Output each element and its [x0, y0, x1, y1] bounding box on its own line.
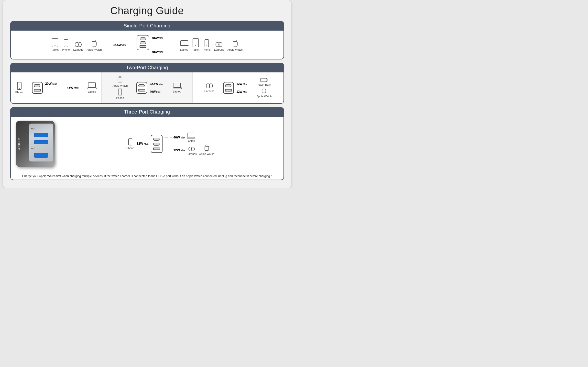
tp3-charger-box: [151, 135, 163, 153]
dash-tp1-r: [60, 87, 64, 87]
tp-s2-phone: Phone: [116, 89, 124, 99]
earbuds-label-sp-left: Earbuds: [73, 48, 83, 51]
device-tablet-sp-right: Tablet: [192, 38, 199, 51]
tp2-watt-left: 22.5W Max: [150, 82, 163, 86]
svg-rect-9: [181, 41, 188, 46]
tp1-usbc: [34, 84, 40, 87]
sp-charger-box: [137, 35, 149, 50]
dash-tp2-l: [130, 88, 134, 88]
sp-watt-top: 65WMax: [152, 36, 163, 40]
tp-s2-watch: Apple Watch: [112, 76, 128, 87]
tp3-watt-mid: 12W Max 12W Max: [236, 82, 247, 93]
svg-rect-29: [174, 83, 181, 88]
sp-charger-center: 65WMax 65WMax: [135, 35, 163, 55]
tp-scenario2: Apple Watch Phone 22.5W Max: [102, 72, 192, 103]
tp-charger1: [32, 82, 43, 94]
two-port-header: Two-Port Charging: [10, 63, 284, 72]
powerbank-label-tp3: Power Bank: [257, 83, 271, 86]
tp3-dash-r-top: [165, 137, 172, 138]
tp-s3-powerbank: Power Bank: [257, 78, 271, 86]
phone-label-tp1: Phone: [15, 91, 23, 94]
tp1-watt-left: 20W Max: [45, 82, 57, 85]
earbuds-icon: [75, 42, 82, 47]
svg-rect-40: [188, 133, 194, 137]
charger-body: ANKER +IQ° +IQ°: [16, 121, 55, 167]
single-port-header: Single-Port Charging: [10, 21, 284, 31]
laptop-label-tp3: Laptop: [187, 139, 195, 142]
tp1-watt-right-area: 45W Max: [67, 86, 78, 90]
svg-rect-41: [187, 137, 195, 138]
svg-point-39: [130, 144, 131, 145]
watch-label-tp3-main: Apple Watch: [199, 152, 214, 155]
tp3-usbc: [225, 84, 231, 87]
three-port-body: ANKER +IQ° +IQ°: [10, 117, 284, 180]
bottom-note: Charge your Apple Watch first when charg…: [11, 171, 283, 180]
applewatch-label-sp-right: Apple Watch: [228, 48, 243, 51]
device-tablet-sp-left: Tablet: [51, 38, 58, 51]
dashed-left2: [128, 45, 133, 45]
three-port-header: Three-Port Charging: [10, 107, 284, 117]
tp-s1-left: Phone: [15, 82, 23, 94]
svg-rect-34: [267, 79, 268, 81]
applewatch-icon: [91, 40, 97, 47]
svg-rect-17: [233, 41, 237, 46]
device-applewatch-sp-right: Apple Watch: [228, 40, 243, 51]
watch-icon-tp3: [261, 88, 266, 94]
charger-face: +IQ° +IQ°: [29, 124, 53, 161]
two-port-section: Two-Port Charging Phone 20W Max: [10, 63, 284, 104]
tp2-watt-right: 40W Max: [150, 90, 163, 93]
tp3-watt-bot: 12W Max: [173, 148, 185, 152]
sp-watt-bot: 65WMax: [152, 50, 163, 54]
tp3-laptop: Laptop: [187, 133, 195, 142]
tp1-usba: [34, 89, 41, 92]
usba-slot-1: [34, 140, 48, 144]
svg-point-14: [206, 46, 207, 46]
svg-rect-33: [261, 78, 267, 82]
tp-charger2: [136, 82, 147, 94]
phone-icon-tp3-main: [128, 138, 132, 146]
tp3-branch-top: 40W Max Laptop: [165, 133, 214, 142]
dash-tp1-r2: [81, 89, 85, 89]
watch-icon-tp3-main: [204, 145, 209, 151]
sp-arrow-left: 22.5WMax: [104, 43, 132, 47]
earbuds-icon-tp3: [206, 83, 213, 89]
tablet-label-sp-left: Tablet: [51, 48, 58, 51]
iq-label-bot: +IQ°: [31, 147, 35, 149]
sp-right-devices: Laptop Tablet Phone Earbuds: [180, 38, 243, 51]
watch-label-tp2: Apple Watch: [112, 84, 128, 87]
sp-max-bot: Max: [159, 51, 163, 53]
three-port-diagram: Phone 12W Max: [62, 133, 279, 155]
tp3-earbuds: Earbuds: [187, 147, 197, 155]
phone-label-sp-right: Phone: [203, 48, 211, 51]
svg-point-12: [195, 45, 196, 46]
dash-tp3-l: [217, 88, 221, 88]
svg-point-21: [19, 88, 20, 89]
tp1-watt-area: 20W Max: [45, 82, 57, 94]
device-earbuds-sp-right: Earbuds: [214, 42, 224, 51]
tablet-icon-sp-right: [192, 38, 199, 47]
three-port-section: Three-Port Charging ANKER +IQ° +IQ°: [10, 107, 284, 180]
applewatch-icon-sp-right: [232, 40, 238, 47]
tp-charger3: [223, 82, 234, 94]
tp3-watt-left-label: 12W Max: [137, 142, 148, 145]
dash-tp2-r: [166, 88, 170, 88]
tp-s1-right: Laptop: [87, 82, 97, 93]
tp3-watch: Apple Watch: [199, 145, 214, 155]
sp-watt-labels-right: 65WMax 65WMax: [152, 35, 163, 55]
page-title: Charging Guide: [10, 5, 284, 17]
usbc-slot-1: [34, 133, 48, 137]
tablet-icon: [52, 38, 58, 47]
dash-tp3-r: [250, 88, 254, 88]
phone-label-sp-left: Phone: [62, 48, 70, 51]
earbuds-label-sp-right: Earbuds: [214, 48, 224, 51]
tp-s3-watch: Apple Watch: [256, 88, 272, 98]
tp-s2-left-group: Apple Watch Phone: [112, 76, 128, 99]
tp-scenario1: Phone 20W Max 45W Max: [11, 72, 101, 103]
main-container: Charging Guide Single-Port Charging Tabl…: [3, 0, 291, 188]
watt-left-label: 22.5WMax: [112, 43, 126, 47]
powerbank-icon-tp3: [260, 78, 268, 82]
device-applewatch-sp-left: Apple Watch: [87, 40, 102, 51]
applewatch-label-sp-left: Apple Watch: [87, 48, 102, 51]
tp3-dash-l: [139, 146, 146, 146]
dash-tp1-l: [26, 88, 30, 88]
